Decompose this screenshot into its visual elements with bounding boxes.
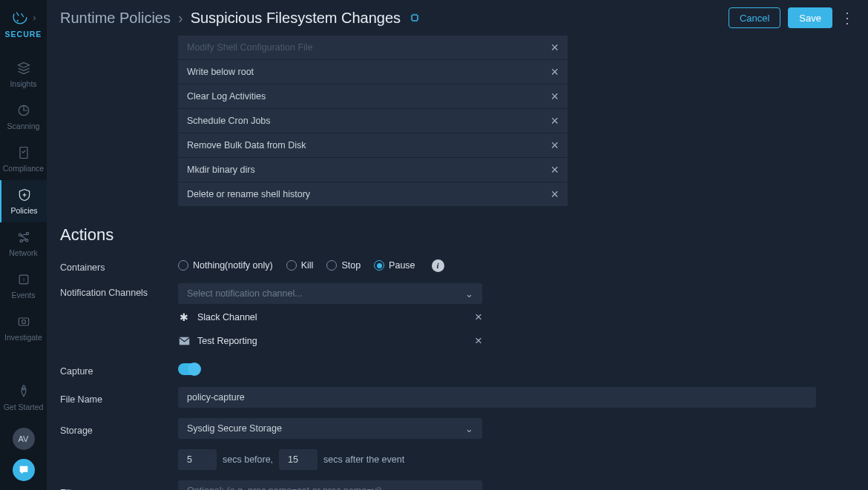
storage-label: Storage xyxy=(60,421,178,436)
topbar: Runtime Policies › Suspicious Filesystem… xyxy=(47,0,868,36)
svg-text:!: ! xyxy=(22,277,24,283)
radio-pause[interactable]: Pause xyxy=(374,260,415,271)
sidebar-item-label: Events xyxy=(11,291,35,299)
timing-spacer xyxy=(60,457,178,462)
breadcrumb-root[interactable]: Runtime Policies xyxy=(60,10,171,27)
storage-select[interactable]: Sysdig Secure Storage ⌄ xyxy=(178,418,482,439)
kebab-menu[interactable]: ⋮ xyxy=(840,14,855,21)
info-icon[interactable]: i xyxy=(432,259,444,272)
chevron-down-icon: ⌄ xyxy=(465,288,473,299)
sidebar-item-compliance[interactable]: Compliance xyxy=(0,138,47,180)
rule-row[interactable]: Clear Log Activities × xyxy=(178,85,568,108)
slack-icon: ✱ xyxy=(178,311,190,323)
chat-button[interactable] xyxy=(13,459,35,481)
radio-icon xyxy=(178,260,188,271)
svg-rect-14 xyxy=(179,337,189,345)
save-button[interactable]: Save xyxy=(788,7,832,28)
remove-rule-icon[interactable]: × xyxy=(545,40,559,56)
sidebar: › SECURE Insights Scanning Compliance Po… xyxy=(0,0,47,490)
sidebar-item-scanning[interactable]: Scanning xyxy=(0,96,47,138)
rule-label: Schedule Cron Jobs xyxy=(187,116,271,126)
secs-before-input[interactable] xyxy=(178,449,217,470)
radio-nothing[interactable]: Nothing(notify only) xyxy=(178,260,273,271)
sidebar-item-label: Get Started xyxy=(4,403,44,411)
containers-label: Containers xyxy=(60,258,178,273)
remove-channel-icon[interactable]: × xyxy=(475,334,482,348)
capture-toggle[interactable] xyxy=(178,363,200,375)
filename-label: File Name xyxy=(60,390,178,405)
svg-point-1 xyxy=(17,20,19,21)
investigate-icon xyxy=(16,314,32,330)
capture-label: Capture xyxy=(60,362,178,377)
radio-label: Stop xyxy=(341,260,361,271)
filename-input[interactable] xyxy=(178,387,816,408)
rule-row[interactable]: Mkdir binary dirs × xyxy=(178,158,568,182)
containers-radio-group: Nothing(notify only) Kill Stop Pause i xyxy=(178,259,444,272)
sidebar-item-insights[interactable]: Insights xyxy=(0,53,47,96)
svg-rect-13 xyxy=(412,15,418,21)
rule-row[interactable]: Delete or rename shell history × xyxy=(178,182,568,206)
brand-label: SECURE xyxy=(5,30,42,39)
radio-icon xyxy=(286,260,297,271)
rule-row[interactable]: Modify Shell Configuration File × xyxy=(178,36,568,59)
radio-kill[interactable]: Kill xyxy=(286,260,314,271)
rule-row[interactable]: Write below root × xyxy=(178,60,568,84)
sidebar-item-investigate[interactable]: Investigate xyxy=(0,307,47,349)
remove-channel-icon[interactable]: × xyxy=(475,310,482,325)
sidebar-item-label: Insights xyxy=(10,79,36,88)
radio-label: Kill xyxy=(301,260,314,271)
policies-icon xyxy=(16,187,33,203)
remove-rule-icon[interactable]: × xyxy=(545,113,559,129)
notification-channels-label: Notification Channels xyxy=(60,283,178,298)
secs-before-label: secs before, xyxy=(223,454,273,465)
sidebar-item-get-started[interactable]: Get Started xyxy=(0,377,47,419)
actions-heading: Actions xyxy=(60,225,855,245)
filter-label: Filter xyxy=(60,483,178,490)
breadcrumb: Runtime Policies › Suspicious Filesystem… xyxy=(60,10,421,27)
remove-rule-icon[interactable]: × xyxy=(545,187,559,202)
remove-rule-icon[interactable]: × xyxy=(545,138,559,153)
sidebar-item-label: Policies xyxy=(10,206,37,215)
rule-label: Write below root xyxy=(187,67,254,77)
insights-icon xyxy=(16,60,32,76)
cancel-button[interactable]: Cancel xyxy=(729,7,780,28)
rule-row[interactable]: Remove Bulk Data from Disk × xyxy=(178,133,568,157)
rule-label: Clear Log Activities xyxy=(187,91,266,102)
channel-name: Slack Channel xyxy=(197,312,257,322)
notification-channel-select[interactable]: Select notification channel... ⌄ xyxy=(178,283,482,304)
breadcrumb-leaf: Suspicious Filesystem Changes xyxy=(191,10,401,27)
remove-rule-icon[interactable]: × xyxy=(545,64,559,80)
remove-rule-icon[interactable]: × xyxy=(545,162,559,178)
secs-after-input[interactable] xyxy=(279,449,318,470)
gear-icon[interactable] xyxy=(408,11,421,24)
sidebar-item-network[interactable]: Network xyxy=(0,222,47,265)
svg-point-0 xyxy=(13,10,27,24)
rule-label: Modify Shell Configuration File xyxy=(187,42,313,53)
content: Modify Shell Configuration File × Write … xyxy=(47,36,868,490)
logo-chevron-icon: › xyxy=(33,12,36,23)
logo[interactable]: › xyxy=(10,7,36,27)
radio-icon xyxy=(374,260,384,271)
select-value: Sysdig Secure Storage xyxy=(187,423,282,434)
scanning-icon xyxy=(16,102,32,119)
avatar[interactable]: AV xyxy=(13,428,35,450)
chat-icon xyxy=(18,464,30,476)
compliance-icon xyxy=(16,145,32,161)
rule-row[interactable]: Schedule Cron Jobs × xyxy=(178,109,568,133)
svg-rect-3 xyxy=(20,148,27,159)
radio-stop[interactable]: Stop xyxy=(326,260,361,271)
rule-label: Delete or rename shell history xyxy=(187,189,310,199)
svg-point-11 xyxy=(22,320,25,324)
sidebar-item-policies[interactable]: Policies xyxy=(0,180,47,222)
network-icon xyxy=(16,229,32,245)
rule-label: Mkdir binary dirs xyxy=(187,165,255,175)
sidebar-item-events[interactable]: ! Events xyxy=(0,265,47,307)
sidebar-item-label: Investigate xyxy=(4,333,42,342)
radio-label: Pause xyxy=(389,260,415,271)
radio-label: Nothing(notify only) xyxy=(193,260,273,271)
secs-after-label: secs after the event xyxy=(323,454,404,465)
radio-icon xyxy=(326,260,337,271)
filter-input[interactable] xyxy=(178,480,482,490)
remove-rule-icon[interactable]: × xyxy=(545,89,559,105)
chevron-right-icon: › xyxy=(178,10,183,27)
